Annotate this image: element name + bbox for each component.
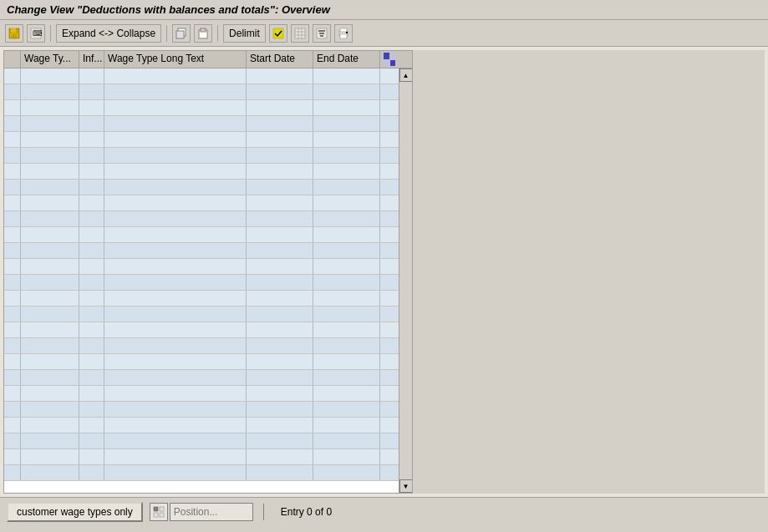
table-row[interactable] bbox=[4, 164, 399, 180]
table-cell bbox=[79, 370, 104, 385]
table-row[interactable] bbox=[4, 307, 399, 322]
table-cell bbox=[313, 100, 380, 115]
table-row[interactable] bbox=[4, 275, 399, 291]
table-cell bbox=[104, 68, 247, 84]
table-cell bbox=[313, 354, 380, 369]
scroll-down-button[interactable]: ▼ bbox=[399, 479, 413, 493]
position-grid-icon bbox=[153, 506, 165, 518]
table-cell bbox=[247, 259, 313, 274]
table-cell bbox=[4, 418, 21, 433]
table-cell bbox=[4, 370, 21, 385]
table-cell bbox=[79, 195, 104, 210]
table-row[interactable] bbox=[4, 322, 399, 338]
scroll-up-button[interactable]: ▲ bbox=[399, 68, 413, 82]
table-row[interactable] bbox=[4, 132, 399, 148]
table-row[interactable] bbox=[4, 148, 399, 164]
expand-collapse-button[interactable]: Expand <-> Collapse bbox=[56, 24, 161, 43]
col-header-icon[interactable] bbox=[380, 51, 399, 68]
shortcut-button[interactable]: ⌨ bbox=[27, 24, 45, 43]
svg-rect-24 bbox=[154, 507, 158, 511]
table-cell bbox=[247, 465, 313, 480]
table-cell bbox=[79, 386, 104, 401]
table-row[interactable] bbox=[4, 370, 399, 386]
table-cell bbox=[79, 354, 104, 369]
save-button[interactable] bbox=[5, 24, 23, 43]
select-all-button[interactable] bbox=[269, 24, 287, 43]
svg-rect-11 bbox=[295, 28, 305, 38]
column-settings-icon bbox=[384, 53, 395, 66]
table-row[interactable] bbox=[4, 354, 399, 370]
table-cell bbox=[79, 68, 104, 84]
table-cell bbox=[247, 148, 313, 163]
paste-button[interactable] bbox=[194, 24, 212, 43]
col-header-startdate: Start Date bbox=[247, 51, 313, 68]
table-row[interactable] bbox=[4, 180, 399, 195]
table-cell bbox=[104, 227, 247, 242]
filter-button[interactable] bbox=[313, 24, 331, 43]
table-row[interactable] bbox=[4, 338, 399, 354]
shortcut-icon: ⌨ bbox=[30, 28, 42, 39]
table-cell bbox=[79, 338, 104, 353]
table-cell bbox=[4, 227, 21, 242]
toolbar-separator-2 bbox=[166, 25, 167, 42]
select-all-icon bbox=[272, 28, 284, 39]
table-cell bbox=[21, 148, 79, 163]
table-cell bbox=[313, 164, 380, 179]
table-cell bbox=[79, 227, 104, 242]
table-row[interactable] bbox=[4, 291, 399, 307]
copy-button[interactable] bbox=[172, 24, 191, 43]
position-icon[interactable] bbox=[150, 503, 168, 521]
table-row[interactable] bbox=[4, 259, 399, 275]
table-cell bbox=[4, 116, 21, 131]
grid-button[interactable] bbox=[291, 24, 309, 43]
table-cell bbox=[21, 164, 79, 179]
table-cell bbox=[313, 132, 380, 147]
table-cell bbox=[104, 465, 247, 480]
table-scrollbar[interactable]: ▲ ▼ bbox=[399, 68, 412, 493]
table-cell bbox=[21, 243, 79, 258]
right-panel bbox=[413, 50, 765, 494]
table-row[interactable] bbox=[4, 100, 399, 116]
position-input[interactable] bbox=[170, 503, 253, 521]
table-row[interactable] bbox=[4, 386, 399, 402]
table-cell bbox=[313, 195, 380, 210]
table-cell bbox=[247, 100, 313, 115]
table-row[interactable] bbox=[4, 195, 399, 211]
customer-wage-types-button[interactable]: customer wage types only bbox=[7, 502, 143, 522]
delimit-button[interactable]: Delimit bbox=[223, 24, 266, 43]
table-row[interactable] bbox=[4, 116, 399, 132]
table-row[interactable] bbox=[4, 243, 399, 259]
col-header-checkbox bbox=[4, 51, 21, 68]
table-cell bbox=[21, 354, 79, 369]
table-row[interactable] bbox=[4, 465, 399, 481]
svg-rect-1 bbox=[11, 28, 16, 33]
table-cell bbox=[4, 307, 21, 322]
table-row[interactable] bbox=[4, 418, 399, 433]
table-cell bbox=[21, 227, 79, 242]
table-cell bbox=[247, 354, 313, 369]
table-row[interactable] bbox=[4, 449, 399, 465]
svg-rect-23 bbox=[346, 32, 348, 33]
table-row[interactable] bbox=[4, 433, 399, 449]
table-cell bbox=[247, 164, 313, 179]
table-cell bbox=[104, 386, 247, 401]
table-cell bbox=[21, 418, 79, 433]
table-row[interactable] bbox=[4, 211, 399, 227]
table-cell bbox=[247, 211, 313, 226]
table-cell bbox=[104, 164, 247, 179]
table-cell bbox=[4, 148, 21, 163]
delimit-label: Delimit bbox=[229, 28, 260, 39]
table-cell bbox=[313, 322, 380, 337]
table-cell bbox=[313, 116, 380, 131]
table-cell bbox=[247, 418, 313, 433]
svg-rect-9 bbox=[201, 28, 206, 32]
table-cell bbox=[4, 465, 21, 480]
table-cell bbox=[104, 100, 247, 115]
table-row[interactable] bbox=[4, 68, 399, 84]
print-button[interactable] bbox=[334, 24, 353, 43]
table-row[interactable] bbox=[4, 227, 399, 243]
table-row[interactable] bbox=[4, 84, 399, 100]
table-cell bbox=[247, 402, 313, 417]
table-row[interactable] bbox=[4, 402, 399, 418]
table-cell bbox=[104, 132, 247, 147]
